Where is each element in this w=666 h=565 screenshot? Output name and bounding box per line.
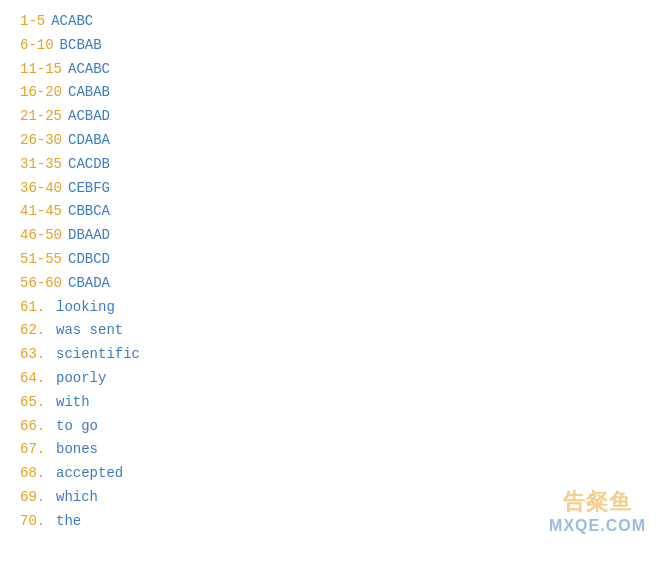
fill-answer: scientific <box>56 343 140 367</box>
fill-number: 63. <box>20 343 50 367</box>
answer-row: 56-60CBADA <box>20 272 646 296</box>
row-number: 31-35 <box>20 153 62 177</box>
row-answer: CDABA <box>68 129 110 153</box>
fill-number: 66. <box>20 415 50 439</box>
fill-row: 67.bones <box>20 438 646 462</box>
fill-answer: accepted <box>56 462 123 486</box>
fill-number: 69. <box>20 486 50 510</box>
fill-answer: looking <box>56 296 115 320</box>
row-number: 6-10 <box>20 34 54 58</box>
row-answer: CBADA <box>68 272 110 296</box>
row-number: 11-15 <box>20 58 62 82</box>
watermark-line1: 告粲鱼 <box>549 487 646 517</box>
fill-number: 64. <box>20 367 50 391</box>
fill-row: 66.to go <box>20 415 646 439</box>
fill-number: 65. <box>20 391 50 415</box>
fill-number: 62. <box>20 319 50 343</box>
row-answer: CEBFG <box>68 177 110 201</box>
answer-row: 51-55CDBCD <box>20 248 646 272</box>
fill-number: 70. <box>20 510 50 534</box>
answer-row: 6-10BCBAB <box>20 34 646 58</box>
fill-row: 68.accepted <box>20 462 646 486</box>
row-number: 36-40 <box>20 177 62 201</box>
answer-row: 31-35CACDB <box>20 153 646 177</box>
fill-answer: to go <box>56 415 98 439</box>
row-answer: BCBAB <box>60 34 102 58</box>
answer-row: 36-40CEBFG <box>20 177 646 201</box>
row-answer: CABAB <box>68 81 110 105</box>
row-answer: CDBCD <box>68 248 110 272</box>
row-answer: ACABC <box>68 58 110 82</box>
answer-rows: 1-5ACABC6-10BCBAB11-15ACABC16-20CABAB21-… <box>20 10 646 296</box>
fill-row: 64.poorly <box>20 367 646 391</box>
watermark: 告粲鱼 MXQE.COM <box>549 487 646 535</box>
fill-number: 67. <box>20 438 50 462</box>
watermark-line2: MXQE.COM <box>549 517 646 535</box>
fill-answer: the <box>56 510 81 534</box>
row-answer: ACBAD <box>68 105 110 129</box>
fill-answer: with <box>56 391 90 415</box>
row-answer: CBBCA <box>68 200 110 224</box>
row-number: 16-20 <box>20 81 62 105</box>
fill-row: 65.with <box>20 391 646 415</box>
answer-row: 16-20CABAB <box>20 81 646 105</box>
row-number: 1-5 <box>20 10 45 34</box>
fill-answer: bones <box>56 438 98 462</box>
fill-row: 63.scientific <box>20 343 646 367</box>
row-number: 56-60 <box>20 272 62 296</box>
answer-row: 21-25ACBAD <box>20 105 646 129</box>
answer-row: 41-45CBBCA <box>20 200 646 224</box>
main-content: 1-5ACABC6-10BCBAB11-15ACABC16-20CABAB21-… <box>0 0 666 544</box>
fill-number: 68. <box>20 462 50 486</box>
row-answer: DBAAD <box>68 224 110 248</box>
fill-answer: which <box>56 486 98 510</box>
row-answer: CACDB <box>68 153 110 177</box>
fill-row: 61.looking <box>20 296 646 320</box>
fill-answer: poorly <box>56 367 106 391</box>
row-answer: ACABC <box>51 10 93 34</box>
fill-number: 61. <box>20 296 50 320</box>
row-number: 51-55 <box>20 248 62 272</box>
row-number: 46-50 <box>20 224 62 248</box>
row-number: 41-45 <box>20 200 62 224</box>
fill-row: 62.was sent <box>20 319 646 343</box>
answer-row: 26-30CDABA <box>20 129 646 153</box>
answer-row: 46-50DBAAD <box>20 224 646 248</box>
answer-row: 11-15ACABC <box>20 58 646 82</box>
fill-answer: was sent <box>56 319 123 343</box>
row-number: 26-30 <box>20 129 62 153</box>
row-number: 21-25 <box>20 105 62 129</box>
answer-row: 1-5ACABC <box>20 10 646 34</box>
